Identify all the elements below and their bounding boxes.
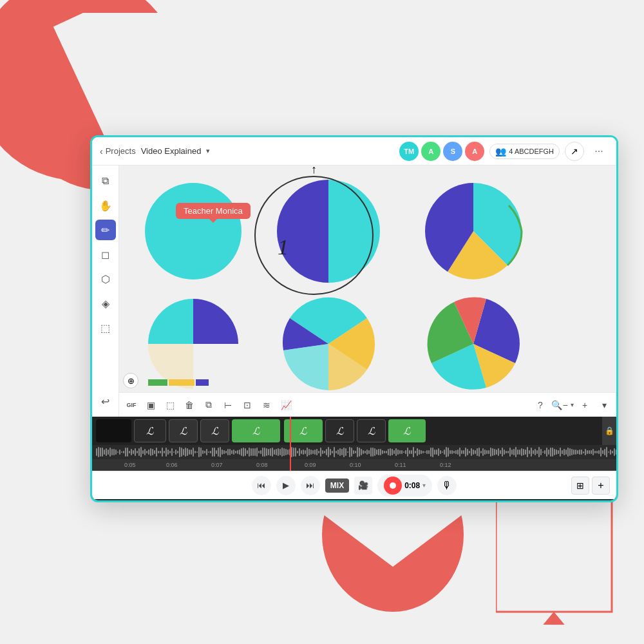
playhead-audio <box>290 445 291 459</box>
top-bar: ‹ Projects Video Explained ▾ TM A S A 👥 … <box>92 137 616 166</box>
clip-icon-1: ℒ <box>146 425 154 437</box>
avatar-a1: A <box>421 142 440 161</box>
split-tool-icon[interactable]: ⊢ <box>220 397 236 413</box>
app-window: ‹ Projects Video Explained ▾ TM A S A 👥 … <box>90 135 618 502</box>
fast-forward-button[interactable]: ⏭ <box>301 476 320 495</box>
lock-icon[interactable]: 🔒 <box>602 417 616 445</box>
clip-icon-2: ℒ <box>180 425 187 437</box>
svg-point-6 <box>145 183 242 279</box>
clip-green-3[interactable]: ℒ <box>388 419 426 442</box>
clip-green-icon-3: ℒ <box>403 425 411 437</box>
dropdown-icon[interactable]: ▾ <box>206 147 210 155</box>
canvas-area: ⧉ ✋ ✏ ◻ ⬡ ◈ ⬚ ↩ Teacher Monica ↑ <box>92 166 616 417</box>
help-icon[interactable]: ? <box>532 397 549 413</box>
zoom-out-icon[interactable]: 🔍− <box>551 397 568 413</box>
right-controls: ⊞ + <box>571 477 610 495</box>
group-icon: 👥 <box>495 146 506 156</box>
zoom-in-icon[interactable]: + <box>576 397 593 413</box>
playhead-ruler <box>290 459 291 471</box>
select-tool-button[interactable]: ⬚ <box>95 317 116 338</box>
canvas-zoom-button[interactable]: ⊕ <box>123 373 138 388</box>
record-section: 0:08 ▾ <box>377 475 432 497</box>
chart-tool-icon[interactable]: 📈 <box>278 397 294 413</box>
timeline-area: ℒ ℒ ℒ ℒ ℒ ℒ <box>92 417 616 502</box>
time-mark-5: 0:09 <box>305 462 316 468</box>
waveform <box>96 447 618 457</box>
rewind-button[interactable]: ⏮ <box>252 476 271 495</box>
clip-green-1[interactable]: ℒ <box>232 419 280 442</box>
time-mark-8: 0:12 <box>440 462 451 468</box>
eraser-tool-button[interactable]: ◻ <box>95 244 116 265</box>
time-ruler: 0:05 0:06 0:07 0:08 0:09 0:10 0:11 0:12 <box>92 459 616 471</box>
group-button[interactable]: 👥 4 ABCDEFGH <box>489 144 560 159</box>
camera-button[interactable]: 🎥 <box>354 477 372 495</box>
zoom-level: ▾ <box>571 401 574 408</box>
teacher-tooltip: Teacher Monica <box>176 203 251 219</box>
avatar-group: TM A S A <box>399 142 484 161</box>
video-track: ℒ ℒ ℒ ℒ ℒ ℒ <box>92 417 616 445</box>
canvas-toolbar: GIF ▣ ⬚ 🗑 ⧉ ⊢ ⊡ ≋ 📈 ? 🔍− ▾ + ▾ <box>119 392 616 417</box>
clip-handwrite-2[interactable]: ℒ <box>169 419 198 442</box>
time-mark-3: 0:07 <box>211 462 223 468</box>
time-mark-7: 0:11 <box>395 462 406 468</box>
undo-button[interactable]: ↩ <box>95 391 116 412</box>
clip-handwrite-4[interactable]: ℒ <box>325 419 354 442</box>
speed-tool-icon[interactable]: ≋ <box>258 397 275 413</box>
panel-button[interactable]: ⊞ <box>571 477 589 495</box>
back-label[interactable]: Projects <box>106 146 136 156</box>
more-button[interactable]: ··· <box>589 142 609 161</box>
record-button[interactable] <box>384 477 402 495</box>
mix-button[interactable]: MIX <box>325 478 349 493</box>
delete-tool-icon[interactable]: 🗑 <box>181 397 198 413</box>
time-dropdown-icon[interactable]: ▾ <box>422 482 426 489</box>
expand-icon[interactable]: ▾ <box>596 397 612 413</box>
clip-icon-3: ℒ <box>211 425 219 437</box>
copy-tool-button[interactable]: ⧉ <box>95 171 116 191</box>
playhead[interactable] <box>290 417 291 445</box>
clip-green-icon-1: ℒ <box>252 425 260 437</box>
back-navigation[interactable]: ‹ Projects <box>100 146 136 156</box>
select-rect-tool-icon[interactable]: ⬚ <box>162 397 178 413</box>
fill-tool-button[interactable]: ◈ <box>95 293 116 314</box>
share-button[interactable]: ↗ <box>565 142 584 161</box>
project-title: Video Explained <box>141 146 202 156</box>
avatar-tm: TM <box>399 142 419 161</box>
duplicate-tool-icon[interactable]: ⧉ <box>200 397 217 413</box>
time-mark-2: 0:06 <box>166 462 178 468</box>
avatar-s: S <box>443 142 462 161</box>
group-label: 4 ABCDEFGH <box>509 147 554 155</box>
svg-rect-9 <box>196 379 209 386</box>
play-button[interactable]: ▶ <box>276 476 296 495</box>
svg-marker-5 <box>522 612 586 625</box>
canvas: Teacher Monica ↑ <box>119 166 616 417</box>
mic-button[interactable]: 🎙 <box>437 476 457 495</box>
hand-tool-button[interactable]: ✋ <box>95 195 116 216</box>
svg-rect-8 <box>169 379 194 386</box>
clip-handwrite-1[interactable]: ℒ <box>134 419 166 442</box>
clip-handwrite-3[interactable]: ℒ <box>200 419 229 442</box>
add-track-button[interactable]: + <box>592 477 610 495</box>
fit-tool-icon[interactable]: ⊡ <box>239 397 256 413</box>
sidebar: ⧉ ✋ ✏ ◻ ⬡ ◈ ⬚ ↩ <box>92 166 119 417</box>
avatar-a2: A <box>465 142 484 161</box>
back-arrow-icon: ‹ <box>100 146 103 156</box>
bottom-controls: ⏮ ▶ ⏭ MIX 🎥 0:08 ▾ 🎙 ⊞ + <box>92 471 616 499</box>
pen-tool-button[interactable]: ✏ <box>95 220 116 240</box>
clip-icon-5: ℒ <box>368 425 375 437</box>
time-mark-4: 0:08 <box>256 462 268 468</box>
audio-track <box>92 445 616 459</box>
time-mark-6: 0:10 <box>350 462 361 468</box>
clip-black[interactable] <box>96 419 131 442</box>
clip-icon-4: ℒ <box>336 425 344 437</box>
time-mark-1: 0:05 <box>124 462 136 468</box>
clip-tool-icon[interactable]: ▣ <box>142 397 159 413</box>
svg-rect-7 <box>148 379 167 386</box>
clip-handwrite-5[interactable]: ℒ <box>357 419 386 442</box>
time-display: 0:08 <box>404 481 420 490</box>
clip-green-icon-2: ℒ <box>299 425 307 437</box>
shape-tool-button[interactable]: ⬡ <box>95 269 116 289</box>
gif-tool-icon[interactable]: GIF <box>123 397 140 413</box>
